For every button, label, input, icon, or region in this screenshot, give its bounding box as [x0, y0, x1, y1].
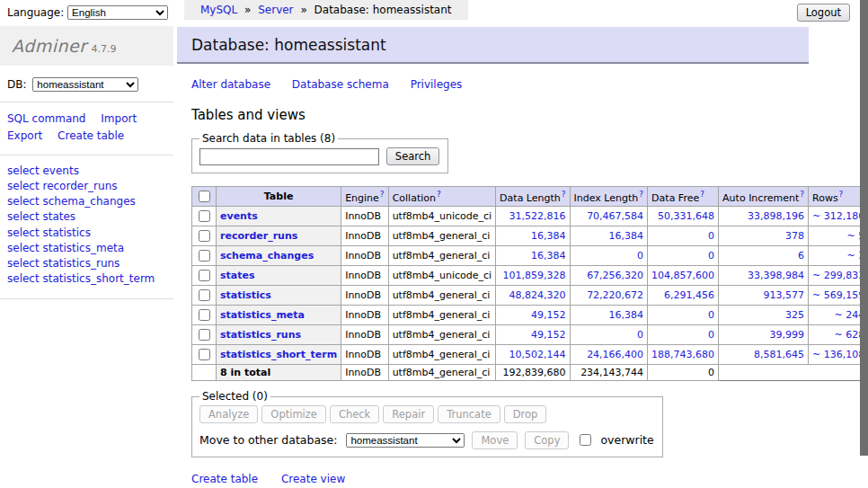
data-length-link[interactable]: 49,152 [531, 309, 566, 321]
data-free-cell: 0 [648, 246, 719, 266]
table-name-link[interactable]: states [220, 270, 255, 281]
table-name-link[interactable]: statistics [220, 289, 271, 301]
data-length-link[interactable]: 48,824,320 [509, 289, 566, 301]
help-link[interactable]: ? [839, 190, 844, 199]
link-create-view[interactable]: Create view [281, 473, 345, 485]
index-length-link[interactable]: 0 [637, 329, 643, 341]
sidebar-action-create-table[interactable]: Create table [58, 129, 124, 142]
repair-button[interactable]: Repair [383, 405, 434, 423]
select-all-checkbox[interactable] [199, 191, 210, 202]
truncate-button[interactable]: Truncate [438, 405, 500, 423]
scrollbar-thumb[interactable] [860, 0, 868, 456]
auto-increment-link[interactable]: 6 [798, 250, 804, 262]
table-name-link[interactable]: schema_changes [220, 250, 314, 262]
move-db-select[interactable]: homeassistant [346, 433, 465, 448]
move-button[interactable]: Move [472, 431, 518, 449]
table-name-link[interactable]: statistics_short_term [220, 349, 337, 360]
rows-link[interactable]: ~ 312,180 [812, 210, 864, 222]
data-free-link[interactable]: 50,331,648 [658, 210, 714, 222]
breadcrumb-link-server[interactable]: Server [258, 4, 293, 16]
auto-increment-link[interactable]: 33,398,984 [748, 270, 804, 281]
data-length-link[interactable]: 10,502,144 [509, 349, 566, 360]
help-link[interactable]: ? [700, 190, 704, 199]
auto-increment-link[interactable]: 913,577 [764, 289, 805, 301]
data-free-link[interactable]: 188,743,680 [651, 349, 714, 360]
sidebar-link-select-recorder-runs[interactable]: select recorder_runs [7, 179, 173, 194]
data-free-link[interactable]: 0 [708, 250, 714, 262]
rows-link[interactable]: ~ 299,833 [812, 270, 864, 281]
index-length-cell: 70,467,584 [570, 207, 648, 226]
rows-link[interactable]: ~ 569,159 [812, 289, 864, 301]
auto-increment-link[interactable]: 325 [785, 309, 804, 321]
data-length-link[interactable]: 16,384 [531, 230, 566, 242]
help-link[interactable]: ? [437, 190, 441, 199]
breadcrumb-link-mysql[interactable]: MySQL [200, 4, 237, 16]
data-free-link[interactable]: 6,291,456 [664, 289, 714, 301]
auto-increment-link[interactable]: 39,999 [770, 329, 805, 341]
optimize-button[interactable]: Optimize [261, 405, 326, 423]
sidebar-link-select-events[interactable]: select events [7, 164, 173, 179]
data-length-link[interactable]: 49,152 [531, 329, 566, 341]
engine-cell: InnoDB [341, 246, 388, 266]
data-length-link[interactable]: 31,522,816 [509, 210, 566, 222]
index-length-link[interactable]: 24,166,400 [587, 349, 643, 360]
db-select[interactable]: homeassistant [32, 77, 138, 92]
search-button[interactable]: Search [386, 147, 440, 165]
link-create-table[interactable]: Create table [191, 473, 258, 485]
check-button[interactable]: Check [330, 405, 379, 423]
help-link[interactable]: ? [639, 190, 643, 199]
sidebar-action-sql-command[interactable]: SQL command [7, 112, 85, 125]
row-checkbox[interactable] [199, 309, 210, 321]
index-length-link[interactable]: 70,467,584 [587, 210, 643, 222]
table-name-link[interactable]: statistics_meta [220, 309, 305, 321]
table-name-link[interactable]: events [220, 210, 258, 222]
row-checkbox[interactable] [199, 270, 210, 281]
nav-link-database-schema[interactable]: Database schema [292, 78, 389, 91]
auto-increment-link[interactable]: 378 [785, 230, 804, 242]
table-name-link[interactable]: statistics_runs [220, 329, 301, 341]
version-link[interactable]: 4.7.9 [92, 43, 117, 55]
search-input[interactable] [199, 148, 379, 165]
index-length-link[interactable]: 72,220,672 [587, 289, 643, 301]
sidebar-action-import[interactable]: Import [101, 112, 137, 125]
index-length-link[interactable]: 16,384 [609, 309, 644, 321]
index-length-link[interactable]: 0 [637, 250, 643, 262]
data-free-link[interactable]: 0 [708, 309, 714, 321]
vertical-scrollbar[interactable] [860, 0, 868, 488]
sidebar-link-select-statistics[interactable]: select statistics [7, 226, 173, 241]
sidebar-action-export[interactable]: Export [7, 129, 42, 142]
language-select[interactable]: English [67, 5, 168, 20]
row-checkbox[interactable] [199, 349, 210, 360]
sidebar-link-select-statistics-meta[interactable]: select statistics_meta [7, 241, 173, 256]
auto-increment-link[interactable]: 8,581,645 [754, 349, 804, 360]
row-checkbox[interactable] [199, 210, 210, 222]
table-name-link[interactable]: recorder_runs [220, 230, 297, 242]
sidebar-link-select-schema-changes[interactable]: select schema_changes [7, 194, 173, 209]
help-link[interactable]: ? [562, 190, 566, 199]
help-link[interactable]: ? [380, 190, 385, 199]
nav-link-alter-database[interactable]: Alter database [191, 78, 270, 91]
help-link[interactable]: ? [800, 190, 804, 199]
drop-button[interactable]: Drop [504, 405, 547, 423]
analyze-button[interactable]: Analyze [199, 405, 258, 423]
overwrite-checkbox[interactable] [580, 434, 591, 446]
sidebar-link-select-states[interactable]: select states [7, 209, 173, 225]
nav-link-privileges[interactable]: Privileges [411, 78, 463, 91]
row-checkbox[interactable] [199, 329, 210, 341]
auto-increment-link[interactable]: 33,898,196 [748, 210, 804, 222]
overwrite-label[interactable]: overwrite [600, 433, 653, 447]
copy-button[interactable]: Copy [525, 431, 569, 449]
index-length-link[interactable]: 67,256,320 [587, 270, 643, 281]
row-checkbox[interactable] [199, 289, 210, 301]
data-length-link[interactable]: 101,859,328 [503, 270, 566, 281]
data-free-link[interactable]: 104,857,600 [651, 270, 714, 281]
row-checkbox[interactable] [199, 250, 210, 262]
sidebar-link-select-statistics-runs[interactable]: select statistics_runs [7, 256, 173, 271]
data-free-link[interactable]: 0 [708, 230, 714, 242]
index-length-link[interactable]: 16,384 [609, 230, 644, 242]
rows-link[interactable]: ~ 136,108 [812, 349, 864, 360]
sidebar-link-select-statistics-short-term[interactable]: select statistics_short_term [7, 271, 173, 287]
data-free-link[interactable]: 0 [708, 329, 714, 341]
data-length-link[interactable]: 16,384 [531, 250, 566, 262]
row-checkbox[interactable] [199, 230, 210, 242]
